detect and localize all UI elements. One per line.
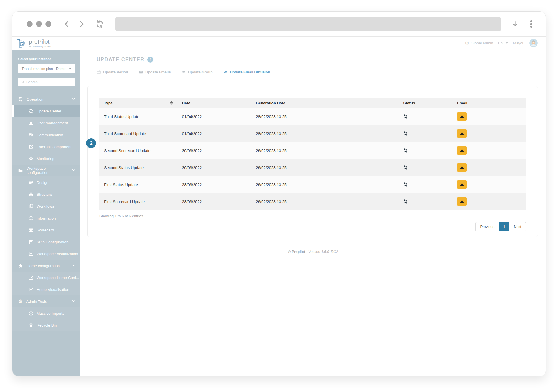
warning-triangle-icon: [460, 131, 464, 136]
sync-icon: [403, 148, 448, 153]
url-bar[interactable]: [115, 17, 501, 31]
previous-page-button[interactable]: Previous: [475, 222, 499, 231]
avatar[interactable]: [529, 39, 538, 47]
back-icon[interactable]: [63, 20, 71, 28]
email-warning-button[interactable]: [457, 197, 467, 206]
sidebar-item-workspace-visualization[interactable]: Workspace Visualization: [12, 248, 80, 260]
annotation-badge: 2: [86, 138, 96, 148]
warning-triangle-icon: [460, 165, 464, 170]
sidebar-item-massive-imports[interactable]: Massive Imports: [12, 307, 80, 319]
tab-update-group[interactable]: Update Group: [182, 70, 213, 78]
sidebar-item-information[interactable]: Information: [12, 212, 80, 224]
email-warning-button[interactable]: [457, 129, 467, 138]
sidebar-item-user-management[interactable]: User management: [12, 117, 80, 129]
language-selector[interactable]: EN: [498, 41, 508, 45]
comment-icon: [29, 216, 33, 221]
tab-update-emails[interactable]: Update Emails: [139, 70, 171, 78]
sidebar-search: [18, 78, 75, 86]
current-page-button[interactable]: 1: [499, 222, 509, 231]
user-name[interactable]: Mayou: [513, 41, 524, 45]
table-icon: [29, 228, 33, 233]
users-icon: [182, 70, 186, 74]
propilot-logo: proPilot — Powered by dFakto: [16, 37, 80, 49]
cell-date: 01/04/2022: [177, 125, 251, 142]
refresh-icon[interactable]: [95, 20, 104, 28]
edit-icon: [29, 275, 33, 280]
tab-update-email-diffusion[interactable]: Update Email Diffusion: [223, 70, 270, 78]
email-warning-button[interactable]: [457, 146, 467, 155]
sidebar-item-update-center[interactable]: Update Center: [12, 105, 80, 117]
browser-window: proPilot — Powered by dFakto ⚙ Global ad…: [12, 11, 546, 376]
forward-icon[interactable]: [78, 20, 85, 28]
window-control-icon[interactable]: [27, 21, 33, 27]
download-circle-icon: [29, 311, 33, 316]
sidebar-item-kpis-configuration[interactable]: KPIs Configuration: [12, 236, 80, 248]
sidebar-item-external-component[interactable]: External Component: [12, 141, 80, 153]
global-admin-menu[interactable]: ⚙ Global admin: [465, 41, 493, 46]
table-row[interactable]: Second Status Update 30/03/2022 26/02/20…: [99, 159, 526, 176]
sync-icon: [29, 109, 33, 114]
column-header-generation-date[interactable]: Generation Date: [251, 98, 399, 108]
calendar-icon: [97, 70, 101, 74]
sidebar-item-workspace-home-conf[interactable]: Workspace Home Conf...: [12, 272, 80, 284]
sidebar-item-scorecard[interactable]: Scorecard: [12, 224, 80, 236]
propilot-logo-icon: [16, 37, 27, 49]
sidebar-item-communication[interactable]: Communication: [12, 129, 80, 141]
cell-generation-date: 26/02/2023 13:25: [251, 176, 399, 193]
email-warning-button[interactable]: [457, 112, 467, 121]
column-header-type[interactable]: Type: [99, 98, 177, 108]
sidebar-item-structure[interactable]: Structure: [12, 188, 80, 200]
table-row[interactable]: First Status Update 28/03/2022 26/02/202…: [99, 176, 526, 193]
sidebar-section-operation[interactable]: Operation: [12, 93, 80, 105]
kebab-menu-icon[interactable]: [528, 20, 535, 28]
email-warning-button[interactable]: [457, 163, 467, 172]
comments-icon: [29, 133, 33, 137]
logo-text: proPilot: [29, 39, 51, 44]
sidebar-item-design[interactable]: Design: [12, 176, 80, 188]
column-header-email[interactable]: Email: [452, 98, 526, 108]
cell-generation-date: 26/02/2023 13:25: [251, 159, 399, 176]
cell-date: 30/03/2022: [177, 159, 251, 176]
app-header: proPilot — Powered by dFakto ⚙ Global ad…: [12, 37, 546, 50]
next-page-button[interactable]: Next: [509, 222, 526, 231]
column-header-status[interactable]: Status: [399, 98, 452, 108]
sidebar-item-recycle-bin[interactable]: Recycle Bin: [12, 319, 80, 331]
info-icon[interactable]: i: [147, 57, 153, 63]
tab-update-period[interactable]: Update Period: [97, 70, 128, 78]
sidebar-section-workspace-configuration[interactable]: Workspace configuration: [12, 165, 80, 176]
window-control-icon[interactable]: [36, 21, 42, 27]
sort-icon[interactable]: [170, 101, 173, 105]
table-row[interactable]: Third Status Update 01/04/2022 28/02/202…: [99, 108, 526, 125]
search-input[interactable]: [26, 80, 72, 84]
sync-icon: [18, 97, 23, 102]
table-row[interactable]: First Scorecard Update 28/03/2022 26/02/…: [99, 193, 526, 210]
sidebar-section-admin-tools[interactable]: ⚙ Admin Tools: [12, 295, 80, 307]
window-control-icon[interactable]: [45, 21, 51, 27]
gear-icon: ⚙: [465, 41, 469, 46]
warning-triangle-icon: [460, 148, 464, 153]
role-label: Global admin: [471, 41, 493, 45]
chevron-down-icon: [72, 299, 75, 304]
chart-line-icon: [29, 252, 33, 256]
column-header-date[interactable]: Date: [177, 98, 251, 108]
language-label: EN: [498, 41, 503, 45]
trash-icon: [29, 323, 33, 328]
folder-icon: [18, 168, 23, 173]
caret-down-icon: [69, 68, 71, 69]
instance-select[interactable]: Transformation plan - Demo: [18, 64, 75, 73]
sidebar-section-home-configuration[interactable]: Home configuration: [12, 260, 80, 272]
sidebar-item-workflows[interactable]: Workflows: [12, 200, 80, 212]
email-warning-button[interactable]: [457, 180, 467, 189]
sync-icon: [403, 199, 448, 204]
chevron-down-icon: [72, 263, 75, 268]
table-row[interactable]: Third Scorecard Update 01/04/2022 28/02/…: [99, 125, 526, 142]
table-card: Type Date Generation Date Status Email: [87, 86, 538, 237]
sidebar-item-home-visualisation[interactable]: Home Visualisation: [12, 284, 80, 295]
sidebar-item-monitoring[interactable]: Monitoring: [12, 153, 80, 165]
envelope-icon: [139, 70, 143, 74]
instance-value: Transformation plan - Demo: [22, 67, 65, 71]
window-controls: [27, 21, 51, 27]
table-row[interactable]: Second Scorecard Update 30/03/2022 26/02…: [99, 142, 526, 159]
download-icon[interactable]: [511, 20, 519, 28]
cell-type: Third Scorecard Update: [99, 125, 177, 142]
